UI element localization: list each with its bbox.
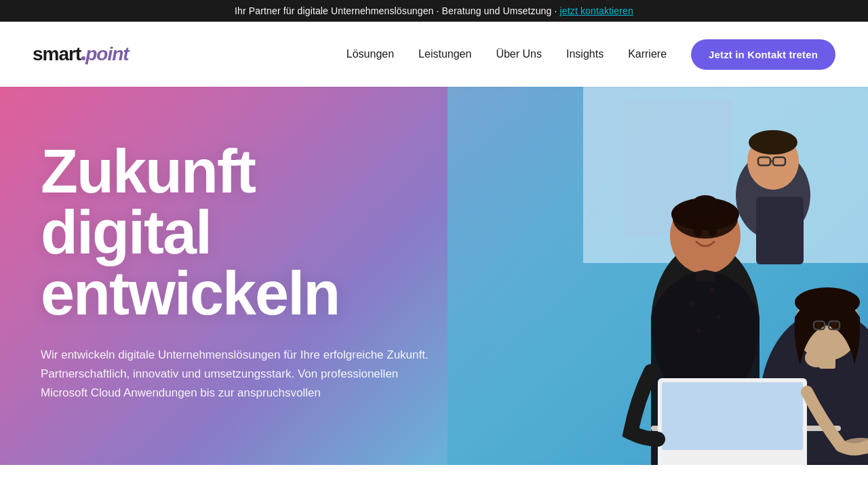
top-banner: Ihr Partner für digitale Unternehmenslös… — [0, 0, 868, 22]
headline-line2: digital — [41, 199, 211, 266]
svg-point-30 — [816, 322, 823, 329]
header: smartpoint Lösungen Leistungen Über Uns … — [0, 22, 868, 87]
banner-text: Ihr Partner für digitale Unternehmenslös… — [235, 5, 557, 16]
headline-line1: Zukunft — [41, 138, 255, 205]
banner-link[interactable]: jetzt kontaktieren — [560, 5, 633, 16]
svg-point-17 — [694, 227, 702, 237]
nav-item-leistungen[interactable]: Leistungen — [418, 48, 471, 60]
svg-rect-36 — [662, 382, 803, 450]
nav-item-karriere[interactable]: Karriere — [628, 48, 667, 60]
contact-cta-button[interactable]: Jetzt in Kontakt treten — [691, 39, 835, 70]
svg-point-16 — [692, 195, 719, 214]
svg-rect-10 — [756, 197, 804, 264]
logo[interactable]: smartpoint — [33, 43, 129, 65]
svg-point-32 — [805, 348, 829, 367]
svg-point-31 — [831, 322, 837, 329]
hero-content: Zukunft digital entwickeln Wir entwickel… — [41, 141, 434, 403]
hero-people-svg — [448, 87, 868, 465]
nav-item-insights[interactable]: Insights — [566, 48, 604, 60]
svg-point-18 — [709, 227, 717, 237]
nav-item-loesungen[interactable]: Lösungen — [347, 48, 394, 60]
nav-item-ueber-uns[interactable]: Über Uns — [496, 48, 542, 60]
logo-smart-text: smart — [33, 43, 81, 65]
logo-point-text: point — [85, 43, 128, 65]
hero-subtext: Wir entwickeln digitale Unternehmenslösu… — [41, 346, 434, 403]
svg-point-5 — [749, 130, 797, 155]
hero-section: Zukunft digital entwickeln Wir entwickel… — [0, 87, 868, 465]
headline-line3: entwickeln — [41, 260, 339, 327]
hero-headline: Zukunft digital entwickeln — [41, 141, 434, 324]
hero-image — [448, 87, 868, 465]
main-nav: Lösungen Leistungen Über Uns Insights Ka… — [347, 39, 835, 70]
